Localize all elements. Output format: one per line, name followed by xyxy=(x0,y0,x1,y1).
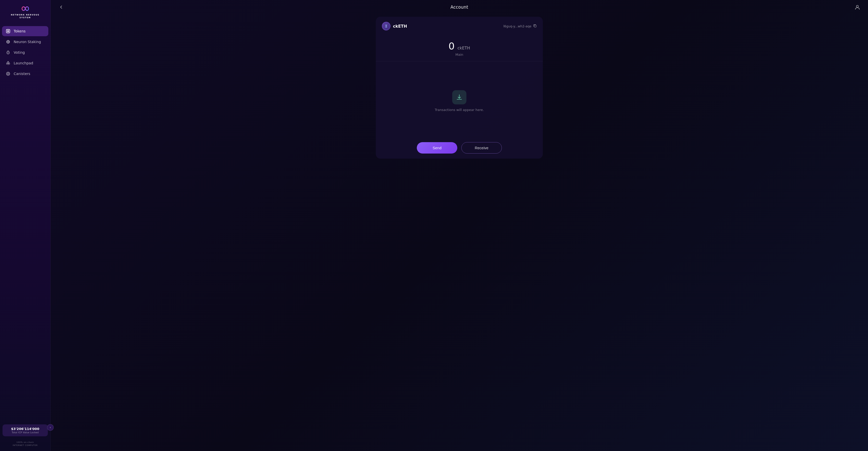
sidebar-item-voting[interactable]: Voting xyxy=(2,47,48,58)
main-content: Account Ξ ckETH l6guq-y...wh2-aqe xyxy=(51,0,868,451)
sidebar-item-tokens[interactable]: Tokens xyxy=(2,26,48,36)
topbar: Account xyxy=(51,0,868,14)
sidebar-item-voting-label: Voting xyxy=(14,50,25,54)
sidebar-item-canisters-label: Canisters xyxy=(14,72,30,76)
transactions-area: Transactions will appear here. xyxy=(376,61,543,138)
svg-rect-12 xyxy=(534,25,536,27)
svg-rect-1 xyxy=(7,30,9,32)
card-header: Ξ ckETH l6guq-y...wh2-aqe xyxy=(376,17,543,34)
stats-label: Total ICP Value Locked xyxy=(6,431,44,434)
download-icon xyxy=(456,94,463,101)
sidebar-item-launchpad-label: Launchpad xyxy=(14,61,33,65)
content-area: Ξ ckETH l6guq-y...wh2-aqe xyxy=(51,14,868,451)
neuron-staking-icon xyxy=(6,39,11,44)
token-name: ckETH xyxy=(393,24,407,29)
address-text: l6guq-y...wh2-aqe xyxy=(503,24,531,28)
balance-display: 0 ckETH xyxy=(448,40,470,52)
sidebar-item-neuron-staking[interactable]: Neuron Staking xyxy=(2,37,48,47)
topbar-collapse-button[interactable] xyxy=(58,4,65,11)
balance-unit: ckETH xyxy=(458,46,470,50)
page-title: Account xyxy=(451,5,468,10)
svg-point-3 xyxy=(8,41,9,43)
svg-point-10 xyxy=(7,73,9,75)
canisters-icon xyxy=(6,71,11,76)
logo-icon xyxy=(19,5,32,13)
card-balance: 0 ckETH Main xyxy=(376,34,543,61)
sidebar: NETWORK NERVOUS SYSTEM Tokens xyxy=(0,0,51,451)
balance-amount: 0 xyxy=(448,40,455,52)
sidebar-footer: 100% on-chain INTERNET COMPUTER xyxy=(0,439,50,447)
user-icon-button[interactable] xyxy=(854,4,861,11)
nav-items: Tokens Neuron Staking xyxy=(0,26,50,420)
copy-address-button[interactable] xyxy=(533,24,537,28)
transaction-empty-icon-box xyxy=(452,90,466,104)
sidebar-item-launchpad[interactable]: Launchpad xyxy=(2,58,48,68)
token-avatar: Ξ xyxy=(382,22,391,30)
card-actions: Send Receive xyxy=(376,138,543,159)
account-label: Main xyxy=(455,53,463,57)
sidebar-collapse-bottom-button[interactable]: ‹ xyxy=(47,424,54,431)
sidebar-stats: $3'206'114'000 Total ICP Value Locked xyxy=(3,424,48,436)
send-button[interactable]: Send xyxy=(417,142,457,153)
sidebar-footer-tagline: 100% on-chain INTERNET COMPUTER xyxy=(0,441,50,447)
logo: NETWORK NERVOUS SYSTEM xyxy=(0,5,50,19)
sidebar-item-canisters[interactable]: Canisters xyxy=(2,69,48,79)
stats-value: $3'206'114'000 xyxy=(6,427,44,431)
sidebar-item-tokens-label: Tokens xyxy=(14,29,26,33)
voting-icon xyxy=(6,50,11,55)
tokens-icon xyxy=(6,29,11,34)
account-card: Ξ ckETH l6guq-y...wh2-aqe xyxy=(376,17,543,159)
token-info: Ξ ckETH xyxy=(382,22,407,30)
sidebar-item-neuron-staking-label: Neuron Staking xyxy=(14,40,41,44)
card-address: l6guq-y...wh2-aqe xyxy=(503,24,537,28)
logo-text: NETWORK NERVOUS SYSTEM xyxy=(11,14,39,19)
transactions-empty-message: Transactions will appear here. xyxy=(435,108,484,112)
svg-point-9 xyxy=(7,72,10,76)
receive-button[interactable]: Receive xyxy=(461,142,502,153)
launchpad-icon xyxy=(6,61,11,66)
svg-point-11 xyxy=(856,5,858,7)
